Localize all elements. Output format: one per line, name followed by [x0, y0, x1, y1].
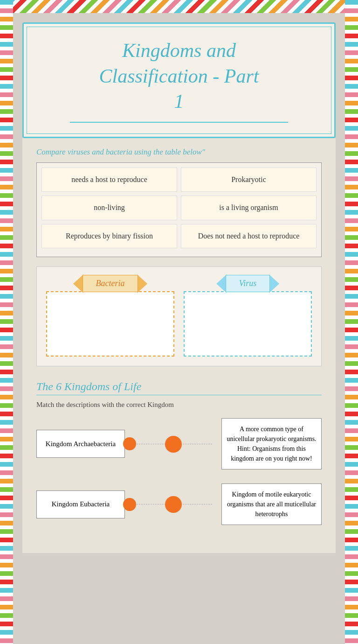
matching-section: Kingdom Archaebacteria A more common typ…: [36, 418, 322, 525]
kingdoms-title: The 6 Kingdoms of Life: [36, 380, 322, 393]
matching-row-1: Kingdom Archaebacteria A more common typ…: [36, 418, 322, 469]
compare-cell-1-1[interactable]: needs a host to reproduce: [41, 168, 177, 192]
drag-drop-section: Bacteria Virus: [36, 266, 322, 366]
compare-row-1: needs a host to reproduce Prokaryotic: [41, 168, 317, 192]
compare-row-2: non-living is a living organism: [41, 196, 317, 220]
virus-label: Virus: [239, 279, 257, 288]
center-dot-1: [165, 436, 182, 453]
compare-section: Compare viruses and bacteria using the t…: [36, 147, 322, 257]
compare-cell-1-2[interactable]: Prokaryotic: [181, 168, 317, 192]
center-dot-2: [165, 496, 182, 513]
compare-section-title: Compare viruses and bacteria using the t…: [36, 147, 322, 157]
virus-drop-zone[interactable]: [184, 291, 312, 357]
kingdoms-section: The 6 Kingdoms of Life Match the descrip…: [36, 380, 322, 525]
compare-row-3: Reproduces by binary fission Does not ne…: [41, 224, 317, 248]
connector-dot-left-1: [123, 437, 136, 450]
header-underline: [70, 122, 289, 123]
compare-cell-3-1[interactable]: Reproduces by binary fission: [41, 224, 177, 248]
kingdoms-divider: [36, 395, 322, 396]
bacteria-label: Bacteria: [96, 279, 125, 288]
description-box-2[interactable]: Kingdom of motile eukaryotic organisms t…: [221, 483, 322, 525]
kingdom-box-archaebacteria[interactable]: Kingdom Archaebacteria: [36, 430, 125, 458]
right-border: [345, 0, 358, 644]
bacteria-drop-zone[interactable]: [46, 291, 174, 357]
body-section: Compare viruses and bacteria using the t…: [22, 138, 336, 553]
top-border: [0, 0, 358, 13]
compare-cell-3-2[interactable]: Does not need a host to reproduce: [181, 224, 317, 248]
left-border: [0, 0, 13, 644]
kingdoms-subtitle: Match the descriptions with the correct …: [36, 401, 322, 409]
description-box-1[interactable]: A more common type of unicellular prokar…: [221, 418, 322, 469]
header-section: Kingdoms and Classification - Part 1: [22, 22, 336, 138]
connector-dot-left-2: [123, 498, 136, 511]
matching-row-2: Kingdom Eubacteria Kingdom of motile euk…: [36, 483, 322, 525]
kingdom-box-eubacteria[interactable]: Kingdom Eubacteria: [36, 490, 125, 518]
page-title: Kingdoms and Classification - Part 1: [42, 38, 316, 114]
compare-cell-2-2[interactable]: is a living organism: [181, 196, 317, 220]
compare-cell-2-1[interactable]: non-living: [41, 196, 177, 220]
compare-table: needs a host to reproduce Prokaryotic no…: [36, 162, 322, 257]
